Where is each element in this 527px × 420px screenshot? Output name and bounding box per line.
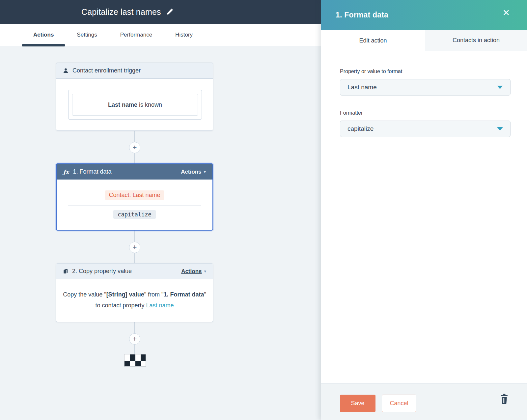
format-card-header: ƒx 1. Format data Actions ▾	[57, 164, 212, 180]
chevron-down-icon	[497, 127, 503, 130]
tab-performance[interactable]: Performance	[109, 24, 164, 46]
tab-settings[interactable]: Settings	[65, 24, 108, 46]
panel-title: 1. Format data	[336, 11, 388, 19]
property-select[interactable]: Last name	[340, 79, 511, 96]
format-data-action-card[interactable]: ƒx 1. Format data Actions ▾ Contact: Las…	[56, 163, 213, 231]
add-action-button[interactable]: +	[129, 333, 140, 345]
save-button[interactable]: Save	[340, 395, 375, 412]
add-action-button[interactable]: +	[129, 142, 140, 153]
panel-footer: Save Cancel	[321, 383, 527, 420]
plus-icon: +	[133, 144, 137, 151]
tab-actions[interactable]: Actions	[22, 24, 65, 46]
delete-trash-icon[interactable]	[501, 394, 508, 404]
workflow-title: Capitalize last names	[81, 7, 161, 17]
plus-icon: +	[133, 335, 137, 343]
panel-content: Property or value to format Last name Fo…	[321, 51, 527, 383]
trigger-card-title: Contact enrollment trigger	[72, 67, 141, 74]
plus-icon: +	[133, 244, 137, 251]
trigger-condition-group: Last name is known	[68, 90, 202, 120]
copy-card-title: 2. Copy property value	[72, 268, 132, 275]
tab-history[interactable]: History	[164, 24, 204, 46]
workflow-editor-region: Capitalize last names Actions Settings P…	[0, 0, 321, 420]
enrollment-trigger-card[interactable]: Contact enrollment trigger Last name is …	[56, 63, 213, 131]
copy-card-description: Copy the value "[String] value" from "1.…	[62, 289, 207, 311]
format-card-title: 1. Format data	[73, 168, 111, 175]
add-action-button[interactable]: +	[129, 242, 140, 253]
tab-edit-action[interactable]: Edit action	[321, 30, 425, 51]
format-card-body: Contact: Last name capitalize	[57, 180, 212, 219]
tab-contacts-in-action[interactable]: Contacts in action	[425, 30, 527, 51]
close-icon[interactable]: ✕	[502, 9, 510, 17]
format-card-actions-menu[interactable]: Actions ▾	[181, 169, 206, 175]
formatter-select[interactable]: capitalize	[340, 121, 511, 137]
panel-header: 1. Format data ✕	[321, 0, 527, 30]
divider	[68, 205, 201, 206]
edit-title-pencil-icon[interactable]	[166, 9, 173, 15]
copy-icon	[63, 269, 68, 274]
edit-action-panel: 1. Format data ✕ Edit action Contacts in…	[321, 0, 527, 420]
cancel-button[interactable]: Cancel	[382, 395, 416, 412]
top-header: Capitalize last names	[0, 0, 321, 24]
copy-property-action-card[interactable]: 2. Copy property value Actions ▾ Copy th…	[56, 263, 213, 322]
property-token: Contact: Last name	[105, 190, 164, 200]
formatter-select-value: capitalize	[347, 125, 374, 132]
chevron-down-icon: ▾	[204, 170, 206, 174]
formatter-chip: capitalize	[113, 210, 155, 219]
finish-flag-icon	[124, 354, 146, 367]
copy-card-header: 2. Copy property value Actions ▾	[56, 264, 213, 279]
panel-tab-bar: Edit action Contacts in action	[321, 30, 527, 51]
workflow-tab-bar: Actions Settings Performance History	[0, 24, 321, 46]
chevron-down-icon: ▾	[204, 269, 206, 273]
trigger-card-header: Contact enrollment trigger	[56, 63, 213, 79]
copy-card-actions-menu[interactable]: Actions ▾	[181, 268, 206, 275]
contact-person-icon	[63, 68, 69, 73]
function-fx-icon: ƒx	[63, 169, 69, 175]
trigger-condition[interactable]: Last name is known	[72, 94, 198, 116]
trigger-card-body: Last name is known	[56, 79, 213, 131]
formatter-field-label: Formatter	[340, 110, 511, 116]
property-field-label: Property or value to format	[340, 69, 511, 74]
property-select-value: Last name	[347, 84, 377, 91]
chevron-down-icon	[497, 86, 503, 89]
